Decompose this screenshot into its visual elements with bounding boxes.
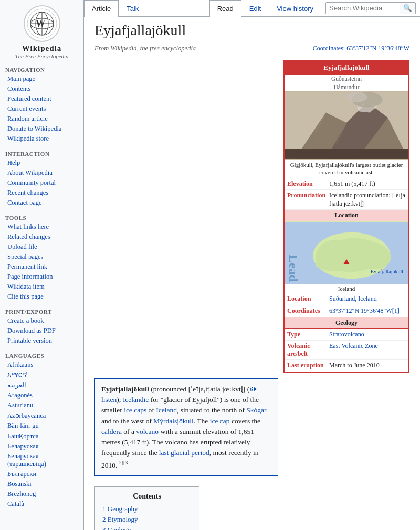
svg-text:W: W (36, 18, 45, 29)
volcano-link[interactable]: volcano (136, 428, 159, 436)
iceland-link[interactable]: Iceland (156, 406, 177, 414)
coordinates[interactable]: Coordinates: 63°37′12″N 19°36′48″W (313, 45, 410, 52)
infobox-row-pronunciation: Pronunciation Icelandic pronunciation: [… (285, 190, 408, 210)
infobox-elevation-label: Elevation (287, 180, 329, 188)
sidebar-item-page-info[interactable]: Page information (0, 272, 83, 282)
sidebar-item-arabic[interactable]: العربية (0, 380, 83, 390)
sidebar-item-belarusian-t[interactable]: Беларуская (тарашкевіца) (0, 451, 83, 469)
sidebar-item-amharic[interactable]: አማርኛ (0, 370, 83, 380)
navigation-section: Navigation Main page Contents Featured c… (0, 62, 83, 146)
sidebar-logo: W Wikipedia The Free Encyclopedia (0, 0, 83, 62)
infobox-subtitle2: Hámundur (285, 83, 408, 91)
search-button[interactable]: 🔍 (400, 3, 415, 14)
talk-tab[interactable]: Talk (119, 0, 146, 17)
sidebar-item-donate[interactable]: Donate to Wikipedia (0, 124, 83, 134)
sidebar-item-contact[interactable]: Contact page (0, 198, 83, 208)
contents-item-1: 1 Geography (102, 504, 192, 514)
search-input[interactable] (326, 3, 400, 14)
sidebar-item-create-book[interactable]: Create a book (0, 316, 83, 326)
contents-link-1[interactable]: 1 Geography (102, 505, 138, 513)
sidebar-item-community[interactable]: Community portal (0, 178, 83, 188)
caldera-link[interactable]: caldera (101, 428, 122, 436)
content-area: Article Talk Read Edit View history 🔍 Ey… (84, 0, 420, 530)
wikipedia-logo: W (24, 5, 60, 42)
sidebar-item-cite[interactable]: Cite this page (0, 292, 83, 302)
article-tab[interactable]: Article (84, 0, 119, 17)
left-tabs: Article Talk (84, 0, 146, 16)
infobox-row-elevation: Elevation 1,651 m (5,417 ft) (285, 178, 408, 190)
infobox-location-label: Location (287, 295, 329, 303)
map-sublabel: Iceland (285, 284, 408, 293)
infobox-volcano-image (285, 91, 408, 160)
contents-list: 1 Geography 2 Etymology 3 Geology 3.1 18… (102, 504, 192, 530)
sidebar-item-wikidata[interactable]: Wikidata item (0, 282, 83, 292)
sidebar-item-contents[interactable]: Contents (0, 84, 83, 94)
sidebar-item-current-events[interactable]: Current events (0, 104, 83, 114)
contents-area: Contents 1 Geography 2 Etymology 3 Geolo… (94, 481, 278, 530)
sidebar-item-afrikaans[interactable]: Afrikaans (0, 360, 83, 370)
sidebar-item-bulgarian[interactable]: Български (0, 469, 83, 479)
myrdalsjokull-link[interactable]: Mýrdalsjökull (153, 417, 194, 425)
contents-box: Contents 1 Geography 2 Etymology 3 Geolo… (94, 486, 200, 530)
sidebar-item-help[interactable]: Help (0, 158, 83, 168)
interaction-section: Interaction Help About Wikipedia Communi… (0, 146, 83, 210)
right-tabs: Read Edit View history 🔍 (209, 0, 420, 16)
sidebar-item-about[interactable]: About Wikipedia (0, 168, 83, 178)
lead-container: Eyjafjallajökull (pronounced [ˈeɪjaˌfjat… (94, 60, 278, 476)
tools-section: Tools What links here Related changes Up… (0, 210, 83, 304)
lead-box: Eyjafjallajökull (pronounced [ˈeɪjaˌfjat… (94, 378, 278, 476)
read-tab[interactable]: Read (209, 0, 242, 17)
sidebar-item-azerbaijani[interactable]: Azərbaycanca (0, 410, 83, 421)
lead-annotation: Lead (286, 255, 300, 282)
infobox-row-last-eruption: Last eruption March to June 2010 (285, 360, 408, 372)
sidebar-item-featured[interactable]: Featured content (0, 94, 83, 104)
infobox-row-volcanic: Volcanic arc/belt East Volcanic Zone (285, 341, 408, 360)
glacial-period-link[interactable]: last glacial period (159, 449, 209, 457)
search-box: 🔍 (326, 2, 416, 14)
sidebar-item-main-page[interactable]: Main page (0, 74, 83, 84)
sidebar-item-aragonese[interactable]: Aragonés (0, 390, 83, 400)
sidebar-item-breton[interactable]: Brezhoneg (0, 489, 83, 499)
sidebar-item-random[interactable]: Random article (0, 114, 83, 124)
languages-section-title: Languages (0, 351, 83, 360)
infobox-pronunciation-value: Icelandic pronunciation: [ˈeɪja fjatla j… (329, 192, 406, 208)
ice-cap-link[interactable]: ice cap (210, 417, 230, 425)
interaction-section-title: Interaction (0, 149, 83, 158)
sidebar-item-belarusian[interactable]: Беларуская (0, 441, 83, 451)
infobox-type-value: Stratovolcano (329, 331, 364, 339)
sidebar-item-banlam[interactable]: Bân-lâm-gú (0, 421, 83, 431)
contents-title: Contents (102, 492, 192, 501)
sidebar-item-catalan[interactable]: Català (0, 499, 83, 509)
sidebar-item-bosnian[interactable]: Bosanski (0, 479, 83, 489)
edit-tab[interactable]: Edit (242, 0, 269, 17)
sidebar-item-printable[interactable]: Printable version (0, 336, 83, 346)
skogar-link[interactable]: Skógar (246, 406, 266, 414)
sidebar-item-related-changes[interactable]: Related changes (0, 232, 83, 242)
sidebar-item-recent-changes[interactable]: Recent changes (0, 188, 83, 198)
sidebar-item-what-links[interactable]: What links here (0, 222, 83, 232)
view-history-tab[interactable]: View history (269, 0, 321, 17)
tools-section-title: Tools (0, 213, 83, 222)
sidebar-item-download-pdf[interactable]: Download as PDF (0, 326, 83, 336)
sidebar-item-bashkir[interactable]: Башқортса (0, 431, 83, 441)
sidebar-item-special-pages[interactable]: Special pages (0, 252, 83, 262)
sidebar-item-asturian[interactable]: Asturianu (0, 400, 83, 410)
icelandic-link[interactable]: Icelandic (123, 396, 149, 404)
sidebar-item-permanent-link[interactable]: Permanent link (0, 262, 83, 272)
ice-caps-link[interactable]: ice caps (124, 406, 146, 414)
top-tabs: Article Talk Read Edit View history 🔍 (84, 0, 420, 17)
sidebar-item-upload-file[interactable]: Upload file (0, 242, 83, 252)
logo-sub: The Free Encyclopedia (3, 53, 81, 59)
infobox-type-label: Type (287, 331, 329, 339)
sidebar-item-store[interactable]: Wikipedia store (0, 134, 83, 144)
infobox-last-eruption-value: March to June 2010 (329, 362, 380, 370)
infobox-coords-value: 63°37′12″N 19°36′48″W[1] (329, 307, 400, 315)
contents-link-3[interactable]: 3 Geology (102, 526, 131, 530)
infobox-coords-label: Coordinates (287, 307, 329, 315)
contents-link-2[interactable]: 2 Etymology (102, 515, 138, 523)
logo-title: Wikipedia (3, 44, 81, 53)
infobox-location-value: Suðurland, Iceland (329, 295, 377, 303)
infobox-location-section: Location (285, 210, 408, 221)
infobox: Eyjafjallajökull Guðnasteinn Hámundur (284, 60, 410, 373)
infobox-volcanic-label: Volcanic arc/belt (287, 342, 329, 358)
